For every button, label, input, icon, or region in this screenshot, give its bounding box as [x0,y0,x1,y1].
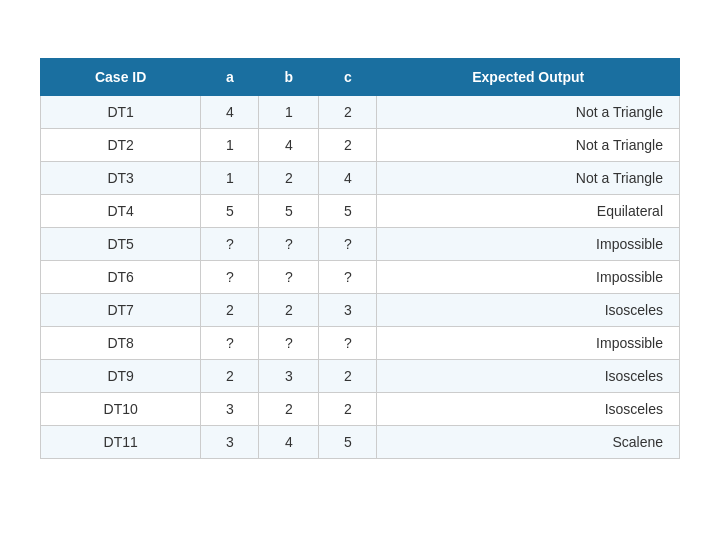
value-cell: ? [319,228,377,261]
value-cell: 2 [319,360,377,393]
case-id-cell: DT4 [41,195,201,228]
expected-output-cell: Not a Triangle [377,96,680,129]
table-row: DT1412Not a Triangle [41,96,680,129]
case-id-cell: DT3 [41,162,201,195]
value-cell: ? [201,228,259,261]
value-cell: 5 [319,426,377,459]
expected-output-cell: Not a Triangle [377,129,680,162]
case-id-cell: DT9 [41,360,201,393]
table-row: DT6???Impossible [41,261,680,294]
case-id-cell: DT2 [41,129,201,162]
value-cell: 2 [319,393,377,426]
value-cell: 4 [259,129,319,162]
table-row: DT5???Impossible [41,228,680,261]
table-row: DT4555Equilateral [41,195,680,228]
value-cell: 2 [201,360,259,393]
expected-output-cell: Isosceles [377,294,680,327]
value-cell: 2 [319,129,377,162]
table-row: DT9232Isosceles [41,360,680,393]
case-id-cell: DT11 [41,426,201,459]
value-cell: ? [201,261,259,294]
case-id-cell: DT5 [41,228,201,261]
value-cell: ? [319,327,377,360]
table-header: b [259,59,319,96]
value-cell: 2 [259,162,319,195]
value-cell: ? [259,228,319,261]
value-cell: ? [259,327,319,360]
value-cell: 1 [201,129,259,162]
table-row: DT8???Impossible [41,327,680,360]
table-row: DT2142Not a Triangle [41,129,680,162]
table-row: DT3124Not a Triangle [41,162,680,195]
expected-output-cell: Isosceles [377,360,680,393]
value-cell: 3 [319,294,377,327]
value-cell: 1 [259,96,319,129]
value-cell: 2 [319,96,377,129]
expected-output-cell: Equilateral [377,195,680,228]
value-cell: 3 [201,393,259,426]
case-id-cell: DT1 [41,96,201,129]
case-id-cell: DT10 [41,393,201,426]
table-header: Case ID [41,59,201,96]
value-cell: 4 [319,162,377,195]
table-header: Expected Output [377,59,680,96]
value-cell: 5 [201,195,259,228]
expected-output-cell: Scalene [377,426,680,459]
case-id-cell: DT8 [41,327,201,360]
value-cell: 5 [319,195,377,228]
value-cell: 4 [201,96,259,129]
value-cell: 3 [201,426,259,459]
table-header: a [201,59,259,96]
expected-output-cell: Impossible [377,261,680,294]
value-cell: 4 [259,426,319,459]
case-id-cell: DT6 [41,261,201,294]
value-cell: ? [319,261,377,294]
value-cell: 1 [201,162,259,195]
value-cell: ? [259,261,319,294]
expected-output-cell: Isosceles [377,393,680,426]
value-cell: ? [201,327,259,360]
value-cell: 2 [201,294,259,327]
expected-output-cell: Impossible [377,327,680,360]
value-cell: 5 [259,195,319,228]
value-cell: 2 [259,294,319,327]
expected-output-cell: Impossible [377,228,680,261]
table-row: DT10322Isosceles [41,393,680,426]
value-cell: 3 [259,360,319,393]
value-cell: 2 [259,393,319,426]
table-header: c [319,59,377,96]
test-cases-table: Case IDabcExpected Output DT1412Not a Tr… [40,58,680,459]
case-id-cell: DT7 [41,294,201,327]
expected-output-cell: Not a Triangle [377,162,680,195]
table-row: DT7223Isosceles [41,294,680,327]
table-row: DT11345Scalene [41,426,680,459]
